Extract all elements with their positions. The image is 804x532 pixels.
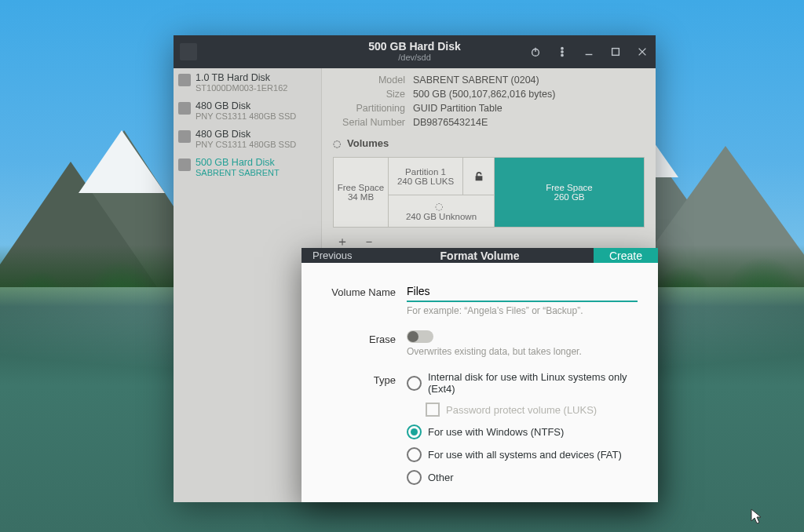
volume-free-space[interactable]: Free Space 34 MB: [334, 158, 389, 227]
dialog-header: Previous Format Volume Create: [302, 248, 658, 263]
svg-point-1: [561, 47, 563, 49]
svg-point-3: [561, 54, 563, 56]
type-radio-fat[interactable]: For use with all systems and devices (FA…: [407, 447, 638, 462]
disk-item-selected[interactable]: 500 GB Hard Disk SABRENT SABRENT: [174, 153, 321, 181]
loading-icon: ◌: [435, 201, 443, 212]
svg-rect-4: [612, 49, 619, 56]
serial-label: Serial Number: [333, 117, 405, 128]
minimize-icon[interactable]: [582, 45, 596, 59]
volume-map: Free Space 34 MB Partition 1 240 GB LUKS…: [333, 157, 645, 228]
lock-icon[interactable]: [463, 158, 495, 195]
disk-item-title: 480 GB Disk: [196, 129, 296, 140]
previous-button[interactable]: Previous: [302, 250, 364, 261]
ssd-icon: [178, 102, 191, 115]
hdd-icon: [178, 74, 191, 86]
volume-free-space-selected[interactable]: Free Space 260 GB: [495, 158, 644, 227]
maximize-icon[interactable]: [608, 45, 623, 59]
erase-toggle[interactable]: [407, 330, 433, 343]
type-label: Type: [322, 371, 396, 386]
disk-item-title: 480 GB Disk: [196, 100, 296, 111]
disk-item-title: 500 GB Hard Disk: [196, 157, 280, 168]
type-radio-ext4[interactable]: Internal disk for use with Linux systems…: [407, 371, 638, 395]
disk-item-subtitle: SABRENT SABRENT: [196, 168, 280, 177]
hdd-icon: [178, 159, 191, 171]
partitioning-value: GUID Partition Table: [413, 103, 502, 114]
disk-item-subtitle: PNY CS1311 480GB SSD: [196, 140, 296, 149]
power-icon[interactable]: [528, 45, 543, 59]
type-radio-ntfs[interactable]: For use with Windows (NTFS): [407, 425, 638, 439]
window-titlebar: 500 GB Hard Disk /dev/sdd: [174, 35, 656, 68]
ssd-icon: [178, 130, 191, 143]
volumes-heading: ◌ Volumes: [333, 137, 645, 149]
type-radio-other[interactable]: Other: [407, 470, 638, 485]
volume-unknown[interactable]: ◌ 240 GB Unknown: [389, 195, 495, 227]
serial-value: DB9876543214E: [413, 117, 488, 128]
volume-name-hint: For example: “Angela’s Files” or “Backup…: [407, 305, 638, 316]
erase-label: Erase: [322, 330, 396, 345]
disk-item[interactable]: 480 GB Disk PNY CS1311 480GB SSD: [174, 97, 321, 125]
kebab-menu-icon[interactable]: [555, 45, 569, 59]
disk-item[interactable]: 1.0 TB Hard Disk ST1000DM003-1ER162: [174, 68, 321, 97]
volume-partition-1[interactable]: Partition 1 240 GB LUKS: [389, 158, 463, 195]
volume-name-input[interactable]: [407, 283, 638, 302]
model-value: SABRENT SABRENT (0204): [413, 75, 539, 86]
size-value: 500 GB (500,107,862,016 bytes): [413, 89, 555, 100]
disk-item-title: 1.0 TB Hard Disk: [196, 72, 287, 83]
luks-checkbox: Password protect volume (LUKS): [426, 403, 638, 417]
partitioning-label: Partitioning: [333, 103, 405, 114]
erase-hint: Overwrites existing data, but takes long…: [407, 346, 638, 357]
close-icon[interactable]: [635, 45, 649, 59]
create-button[interactable]: Create: [594, 248, 658, 263]
volume-name-label: Volume Name: [322, 283, 396, 298]
svg-point-2: [561, 51, 563, 53]
checkbox-icon: [426, 403, 440, 417]
loading-icon: ◌: [333, 138, 341, 149]
size-label: Size: [333, 89, 405, 100]
disks-app-icon: [180, 43, 197, 60]
disk-list: 1.0 TB Hard Disk ST1000DM003-1ER162 480 …: [174, 68, 322, 502]
disk-item-subtitle: PNY CS1311 480GB SSD: [196, 111, 296, 121]
disk-item-subtitle: ST1000DM003-1ER162: [196, 83, 287, 93]
model-label: Model: [333, 75, 405, 86]
disk-item[interactable]: 480 GB Disk PNY CS1311 480GB SSD: [174, 125, 321, 153]
format-volume-dialog: Previous Format Volume Create Volume Nam…: [302, 248, 658, 502]
